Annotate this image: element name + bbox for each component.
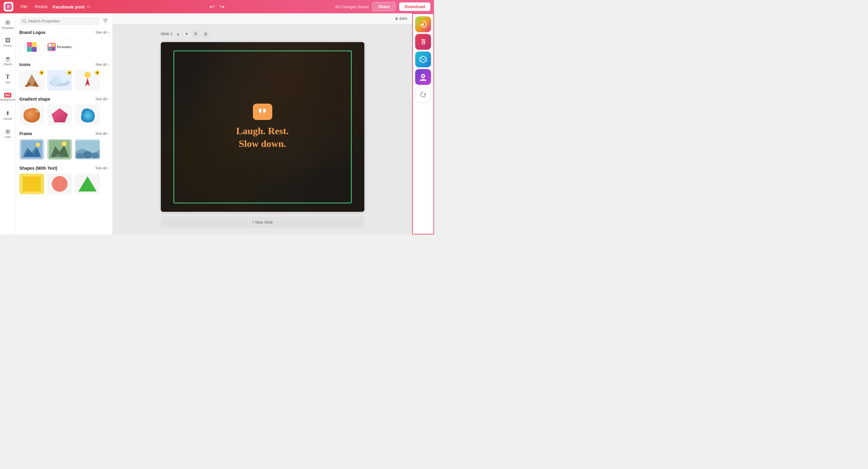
gradient-shape-3[interactable] [75, 105, 100, 125]
gradient-shape-items [20, 105, 109, 125]
sidebar-item-templates[interactable]: ⊞ Templates [1, 16, 15, 33]
slide-canvas[interactable]: " " Laugh. Rest.Slow down. [161, 42, 364, 212]
color-palette-icon [419, 20, 427, 28]
svg-point-32 [36, 143, 40, 147]
gradient-shape-section: Gradient shape See all › [20, 97, 109, 125]
svg-rect-15 [49, 47, 52, 50]
left-panel: Brand Logos See all › [16, 13, 113, 235]
shape-text-1[interactable] [20, 174, 44, 194]
shapes-with-text-section: Shapes (With Text) See all › [20, 166, 109, 194]
icons-items: ★ ★ [20, 70, 109, 91]
zoom-level: 68% [400, 17, 407, 21]
resize-menu[interactable]: Resize [32, 3, 50, 10]
slide-content: " " Laugh. Rest.Slow down. [161, 42, 364, 212]
svg-point-20 [25, 85, 28, 87]
undo-button[interactable]: ↩ [210, 3, 215, 10]
gradient-shape-2[interactable] [47, 105, 72, 125]
file-menu[interactable]: File [18, 3, 30, 10]
app-face-editor[interactable] [415, 69, 431, 85]
canvas-toolbar: ⊕ 68% [113, 13, 412, 24]
photos-label: Photos [3, 45, 12, 48]
filter-button[interactable] [102, 18, 109, 25]
sidebar-item-text[interactable]: T Text [1, 70, 15, 87]
icon-item-1[interactable]: ★ [20, 70, 44, 91]
app-bg-remover[interactable] [415, 52, 431, 67]
bg-remover-icon [419, 55, 427, 63]
apps-label: Apps [4, 136, 11, 139]
frame-item-3[interactable] [75, 139, 100, 160]
upload-icon: ⬆ [5, 110, 10, 117]
frame-item-2[interactable] [47, 139, 72, 160]
gradient-shape-see-all[interactable]: See all › [95, 97, 109, 101]
shapes-with-text-items [20, 174, 109, 194]
redo-button[interactable]: ↪ [220, 3, 225, 10]
app-font-maker[interactable]: 𝔉 [415, 34, 431, 50]
brand-logos-title: Brand Logos [20, 30, 45, 35]
download-button[interactable]: Download [399, 2, 430, 11]
slide-add-button[interactable]: ⊞ [202, 31, 210, 37]
background-label: Background [0, 98, 15, 101]
search-input-wrap[interactable] [20, 17, 100, 25]
slide-down-button[interactable]: ▼ [184, 31, 190, 37]
sidebar-item-objects[interactable]: ☕ Objects [1, 52, 15, 69]
shape-text-2[interactable] [47, 174, 72, 194]
topbar-right: All Changes Saved Share Download [335, 2, 430, 11]
premium-badge-1: ★ [39, 70, 43, 75]
objects-label: Objects [3, 63, 12, 66]
svg-point-36 [62, 142, 67, 146]
canvas-area: ⊕ 68% Slide 1 ▲ ▼ ⧉ ⊞ [113, 13, 412, 235]
frame-title: Frame [20, 131, 32, 136]
brand-logos-see-all[interactable]: See all › [95, 30, 109, 34]
svg-point-25 [85, 72, 91, 78]
new-slide-button[interactable]: + New Slide [161, 216, 364, 228]
svg-text:P: P [7, 5, 10, 9]
search-input[interactable] [28, 19, 97, 23]
sidebar-item-upload[interactable]: ⬆ Upload [1, 107, 15, 124]
topbar: P File Resize Facebook post ✏ ↩ ↪ All Ch… [0, 0, 434, 13]
sidebar-item-background[interactable]: BG Background [1, 88, 15, 106]
topbar-history-controls: ↩ ↪ [210, 3, 225, 10]
slide-copy-button[interactable]: ⧉ [192, 30, 199, 37]
svg-marker-43 [79, 176, 97, 192]
icons-see-all[interactable]: See all › [95, 62, 109, 67]
premium-badge-3: ★ [95, 70, 99, 75]
shape-text-3[interactable] [75, 174, 100, 194]
search-bar [16, 13, 112, 28]
edit-title-icon[interactable]: ✏ [87, 4, 91, 9]
app-reset[interactable] [415, 87, 431, 102]
templates-label: Templates [1, 27, 14, 30]
icon-item-2[interactable]: ★ [47, 70, 72, 91]
frame-see-all[interactable]: See all › [95, 131, 109, 136]
quote-icon: " " [258, 108, 268, 116]
brand-logo-item-1[interactable] [20, 38, 44, 56]
svg-rect-14 [52, 43, 55, 47]
svg-rect-16 [52, 47, 55, 50]
sidebar-item-photos[interactable]: 🖼 Photos [1, 34, 15, 51]
svg-point-21 [35, 85, 39, 87]
shapes-with-text-header: Shapes (With Text) See all › [20, 166, 109, 171]
svg-text:": " [262, 108, 265, 115]
share-button[interactable]: Share [372, 2, 396, 11]
objects-icon: ☕ [4, 55, 11, 62]
app-color-palette[interactable] [415, 17, 431, 32]
canvas-scroll[interactable]: Slide 1 ▲ ▼ ⧉ ⊞ [113, 24, 412, 235]
svg-text:": " [258, 108, 261, 115]
brand-logo-item-2[interactable]: Picmaker [47, 38, 72, 56]
topbar-menu: File Resize Facebook post ✏ [18, 3, 91, 10]
frame-item-1[interactable] [20, 139, 44, 160]
app-logo[interactable]: P [4, 2, 13, 11]
brand-logos-section: Brand Logos See all › [20, 30, 109, 56]
text-label: Text [5, 81, 10, 84]
svg-point-24 [59, 76, 67, 83]
gradient-shape-1[interactable] [20, 105, 44, 125]
sidebar-item-apps[interactable]: ⊞ Apps [1, 125, 15, 142]
slide-canvas-container: " " Laugh. Rest.Slow down. [161, 42, 364, 212]
slide-up-button[interactable]: ▲ [175, 31, 181, 37]
icons-section: Icons See all › ★ [20, 62, 109, 91]
face-editor-icon [419, 73, 427, 81]
icon-item-3[interactable]: ★ [75, 70, 100, 91]
gradient-shape-title: Gradient shape [20, 97, 50, 101]
shapes-with-text-see-all[interactable]: See all › [95, 166, 109, 170]
svg-rect-41 [23, 176, 41, 192]
svg-rect-11 [32, 47, 37, 52]
